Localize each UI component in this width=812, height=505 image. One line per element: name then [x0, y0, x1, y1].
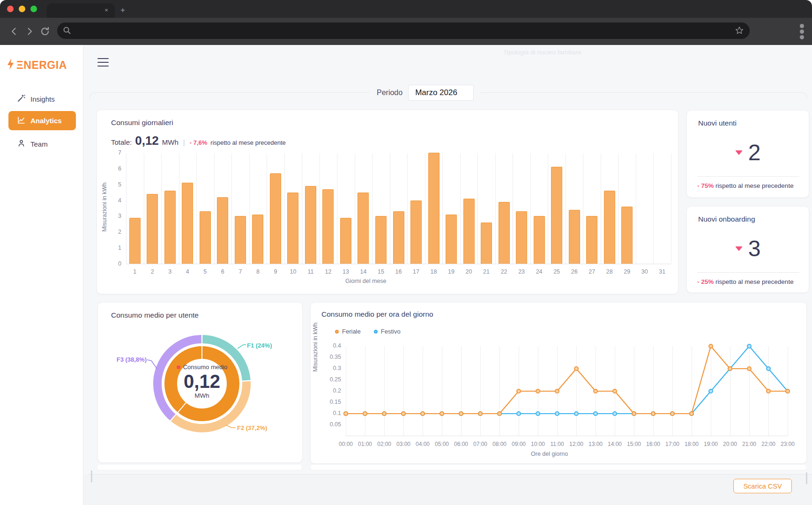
- x-tick-label: 28: [601, 268, 618, 275]
- y-tick-label: 0.2: [322, 387, 341, 394]
- avg-consumption-per-hour-card: Consumo medio per ora del giorno Feriale…: [310, 302, 807, 464]
- gridline: [530, 153, 531, 264]
- ghost-text: Tipologia di nucleo familiare: [503, 49, 581, 56]
- bar: [147, 194, 158, 264]
- x-tick-label: 30: [636, 268, 654, 275]
- kpi-title: Nuovi utenti: [698, 119, 737, 127]
- legend-item-feriale[interactable]: Feriale: [335, 328, 361, 335]
- sidebar-item-label: Team: [30, 140, 48, 148]
- bar: [604, 191, 615, 264]
- traffic-light-maximize-icon[interactable]: [30, 6, 37, 12]
- traffic-light-close-icon[interactable]: [7, 6, 14, 12]
- gridline: [320, 153, 320, 264]
- sidebar-item-insights[interactable]: Insights: [0, 93, 83, 105]
- gridline: [372, 153, 372, 264]
- back-icon[interactable]: [9, 26, 19, 37]
- collapsed-panel: [97, 465, 303, 470]
- bar: [375, 216, 387, 264]
- gridline: [477, 153, 478, 264]
- x-tick-label: 21: [477, 268, 495, 275]
- bar: [340, 218, 351, 264]
- kpi-card-new-onboarding: Nuovi onboarding 3 - 25% rispetto al mes…: [686, 206, 809, 293]
- legend-marker-icon: [335, 330, 339, 334]
- bar: [534, 216, 545, 264]
- x-tick-label: 10: [284, 268, 302, 275]
- x-tick-label: 5: [196, 268, 214, 275]
- gridline: [302, 153, 302, 264]
- scrollbar-thumb[interactable]: [91, 470, 92, 483]
- gridline: [636, 153, 636, 264]
- donut-label-f3: F3 (38,8%): [107, 356, 147, 363]
- x-tick-label: 20: [460, 268, 478, 275]
- download-csv-button[interactable]: Scarica CSV: [733, 479, 792, 493]
- avg-consumption-per-user-card: Consumo medio per utente F1 (24%) F2 (37…: [97, 302, 303, 463]
- tab-close-icon[interactable]: ×: [103, 7, 110, 14]
- gridline: [126, 153, 127, 264]
- forward-icon[interactable]: [24, 26, 35, 37]
- bookmark-star-icon[interactable]: [735, 26, 744, 37]
- kpi-delta: - 25%: [697, 278, 714, 285]
- gridline: [495, 153, 496, 264]
- y-tick-label: 6: [103, 165, 121, 172]
- y-tick-label: 4: [103, 197, 121, 204]
- scrollbar-thumb[interactable]: [806, 472, 807, 484]
- gridline: [144, 153, 144, 264]
- chart-legend: Feriale Festivo: [335, 328, 401, 335]
- logo-text: ΞNERGIA: [16, 59, 67, 72]
- address-bar[interactable]: [57, 22, 750, 39]
- kpi-delta: - 75%: [697, 182, 714, 189]
- x-tick-label: 19: [442, 268, 460, 275]
- x-tick-label: 14: [355, 268, 372, 275]
- x-tick-label: 13: [337, 268, 355, 275]
- x-axis-label: Ore del giorno: [531, 451, 568, 457]
- gridline: [407, 153, 408, 264]
- traffic-light-minimize-icon[interactable]: [19, 6, 25, 12]
- browser-chrome: × +: [0, 0, 812, 45]
- person-icon: [17, 139, 25, 149]
- bar: [569, 210, 580, 264]
- y-tick-label: 0.05: [322, 421, 341, 428]
- card-title: Consumi giornalieri: [111, 119, 173, 127]
- kpi-card-new-users: Nuovi utenti 2 - 75% rispetto al mese pr…: [686, 110, 809, 198]
- reload-icon[interactable]: [40, 26, 50, 37]
- sidebar-item-analytics[interactable]: Analytics: [8, 111, 76, 130]
- sidebar-item-label: Analytics: [30, 117, 62, 125]
- x-tick-label: 7: [231, 268, 249, 275]
- bar: [410, 201, 422, 264]
- y-tick-label: 0.1: [322, 410, 341, 416]
- gridline: [196, 153, 197, 264]
- search-icon: [63, 26, 71, 37]
- gridline: [513, 153, 513, 264]
- sidebar-item-team[interactable]: Team: [0, 138, 83, 150]
- y-tick-label: 5: [103, 181, 121, 188]
- period-input[interactable]: [408, 85, 474, 101]
- browser-window: × +: [0, 0, 812, 505]
- new-tab-button[interactable]: +: [118, 5, 128, 15]
- legend-marker-icon: [374, 330, 378, 334]
- browser-tab[interactable]: ×: [47, 3, 115, 18]
- x-tick-label: 3: [161, 268, 179, 275]
- bar: [499, 202, 510, 264]
- kpi-delta-row: - 75% rispetto al mese precedente: [697, 182, 794, 189]
- y-tick-label: 0.25: [322, 376, 341, 383]
- x-tick-label: 23: [513, 268, 530, 275]
- bar: [129, 218, 141, 264]
- x-tick-label: 2: [144, 268, 162, 275]
- tab-strip: × +: [0, 0, 812, 18]
- gridline: [231, 153, 232, 264]
- app-logo: ΞNERGIA: [7, 58, 67, 72]
- y-tick-label: 0.35: [322, 354, 341, 360]
- gridline: [179, 153, 179, 264]
- y-tick-label: 1: [103, 245, 121, 251]
- y-axis-label: Misurazioni in kWh: [312, 323, 319, 372]
- bar: [200, 211, 211, 264]
- browser-menu-icon[interactable]: [799, 22, 805, 40]
- x-tick-label: 29: [618, 268, 636, 275]
- x-tick-label: 18: [425, 268, 443, 275]
- legend-label: Feriale: [342, 328, 361, 335]
- gridline: [249, 153, 250, 264]
- daily-bar-plot: 0123456712345678910111213141516171819202…: [126, 153, 671, 264]
- hamburger-menu-icon[interactable]: [97, 58, 109, 67]
- legend-item-festivo[interactable]: Festivo: [374, 328, 401, 335]
- y-tick-label: 0.3: [322, 365, 341, 371]
